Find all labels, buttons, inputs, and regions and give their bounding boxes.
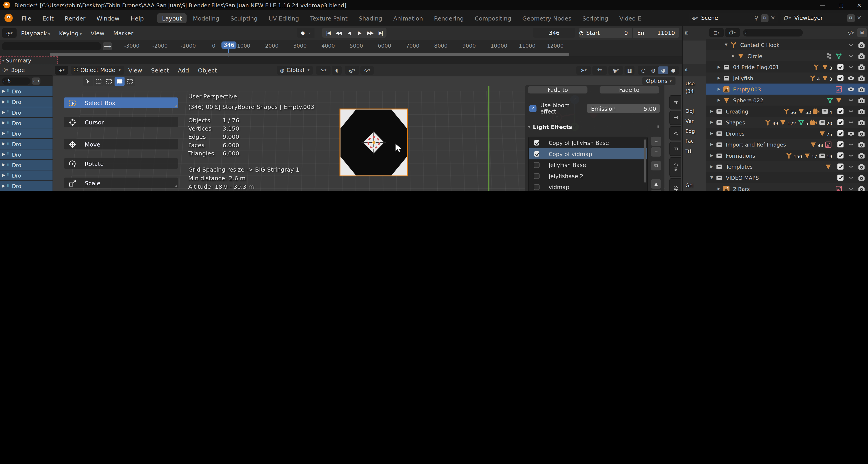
collapse-icon[interactable] [847,141,855,148]
toggle-eye[interactable] [847,74,855,82]
effect-row-copy-of-jellyfish-base[interactable]: Copy of JellyFish Base [529,137,647,148]
npanel-tab-e[interactable]: E [669,141,681,156]
menubar-item-render[interactable]: Render [60,13,90,23]
selected-empty-object[interactable] [339,108,408,177]
filter-icon[interactable]: ▽▾ [847,29,854,36]
checkbox-icon[interactable] [533,151,540,157]
workspace-tab-video-e[interactable]: Video E [614,13,646,23]
viewport-menu-add[interactable]: Add [173,65,193,75]
eye-icon[interactable] [847,129,855,137]
expander-icon[interactable]: ▶ [2,173,5,177]
toggle-camera[interactable] [858,85,866,93]
workspace-tab-modeling[interactable]: Modeling [188,13,224,23]
collapse-icon[interactable] [847,174,855,181]
toggle-collapse[interactable] [847,185,855,191]
timeline-channel-search[interactable] [2,42,101,51]
workspace-tab-layout[interactable]: Layout [157,13,187,23]
selectmode-circle-button[interactable] [104,77,114,86]
toggle-check[interactable] [837,152,844,159]
toggle-camera[interactable] [858,129,866,137]
checkbox-icon[interactable] [533,162,540,168]
camera-icon[interactable] [858,85,866,93]
timeline-summary-row[interactable]: ▾Summary [0,57,706,64]
duplicate-effect-button[interactable]: ⧉ [651,161,661,170]
collapse-icon[interactable] [847,185,855,191]
toggle-check[interactable] [837,163,844,170]
mini-channel-row[interactable]: ▶⠿Dro [0,118,53,128]
expander-icon[interactable]: ▶ [710,164,713,169]
expander-icon[interactable]: ▶ [710,131,713,135]
outliner-row-canted-c-hook[interactable]: ▼Canted C Hook [706,39,868,51]
toggle-collapse[interactable] [847,141,855,148]
check-icon[interactable] [837,129,844,137]
expander-icon[interactable]: ▶ [732,54,735,58]
check-icon[interactable] [837,141,844,148]
magnet-snap-toggle[interactable]: ◖ [332,66,342,74]
check-icon[interactable] [837,63,844,71]
check-icon[interactable] [837,119,844,126]
workspace-tab-compositing[interactable]: Compositing [470,13,516,23]
outliner-row-video-maps[interactable]: ▼VIDEO MAPS [706,172,868,183]
timeline-menu-playback[interactable]: Playback ▾ [17,28,55,38]
toggle-check[interactable] [837,63,844,71]
menubar-item-edit[interactable]: Edit [38,13,58,23]
mini-channel-row[interactable]: ▶⠿Dro [0,170,53,180]
selectability-dropdown[interactable]: ➤▾ [576,66,591,74]
toggle-check[interactable] [837,141,844,148]
camera-icon[interactable] [858,74,866,82]
collapse-icon[interactable] [847,107,855,115]
viewport-menu-view[interactable]: View [124,65,147,75]
outliner-search[interactable]: ⌕ [743,29,803,36]
collapse-icon[interactable] [847,41,855,49]
shading-material-button[interactable]: ◕ [658,66,669,74]
bloom-checkbox[interactable]: ✓ [529,105,536,112]
toggle-collapse[interactable] [847,52,855,60]
camera-icon[interactable] [858,96,866,104]
copy-viewlayer-button[interactable]: ⧉ [847,14,855,22]
mini-channel-row[interactable]: ▶⠿Dro [0,107,53,118]
options-button[interactable]: Options▾ [642,77,676,85]
collapse-icon[interactable] [847,163,855,170]
frame-start-field[interactable]: ◔Start0 [579,28,632,38]
mini-dope-search[interactable]: ⌕6 [2,77,30,85]
outliner-row-import-and-ref-images[interactable]: ▶Import and Ref Images44 [706,139,868,150]
collapse-icon[interactable] [847,152,855,159]
collapse-icon[interactable] [847,52,855,60]
expander-icon[interactable]: ▶ [717,187,720,191]
toggle-camera[interactable] [858,163,866,170]
camera-icon[interactable] [858,141,866,148]
fade-to-button-1[interactable]: Fade to [528,87,588,94]
frame-end-field[interactable]: En11010 [633,28,679,38]
npanel-tab-it[interactable]: It [669,95,681,110]
mini-channel-row[interactable]: ▶⠿Dro [0,87,53,96]
workspace-tab-texture-paint[interactable]: Texture Paint [305,13,352,23]
toggle-camera[interactable] [858,52,866,60]
play-button[interactable]: ▶ [354,28,365,37]
menubar-item-help[interactable]: Help [126,13,148,23]
expander-icon[interactable]: ▶ [717,76,720,80]
unlink-scene-button[interactable]: ✕ [770,15,775,21]
effect-checkbox[interactable] [533,151,540,157]
toggle-collapse[interactable] [847,152,855,159]
expander-icon[interactable]: ▶ [2,152,5,157]
outliner-row-drones[interactable]: ▶Drones75 [706,128,868,139]
toggle-check[interactable] [837,74,844,82]
check-icon[interactable] [837,163,844,170]
mini-channel-row[interactable]: ▶⠿Dro [0,128,53,138]
tool-move[interactable]: Move [64,139,178,149]
toggle-collapse[interactable] [847,63,855,71]
light-effects-title[interactable]: Light Effects [533,124,572,130]
current-frame-field[interactable]: 346 [533,28,576,38]
remove-viewlayer-button[interactable]: ✕ [857,15,861,21]
new-collection-button[interactable]: ⊞ [857,28,867,37]
mode-dropdown[interactable]: ⛶Object Mode▾ [71,66,124,74]
expander-icon[interactable]: ▶ [717,98,720,102]
selectmode-lasso-button[interactable] [115,77,125,86]
camera-icon[interactable] [858,152,866,159]
checkbox-icon[interactable] [533,139,540,146]
effect-checkbox[interactable] [533,162,540,168]
selectmode-paint-button[interactable] [125,77,135,86]
record-button[interactable]: ● [297,28,309,38]
record-options-caret[interactable]: ▾ [309,28,314,38]
eye-icon[interactable] [847,85,855,93]
